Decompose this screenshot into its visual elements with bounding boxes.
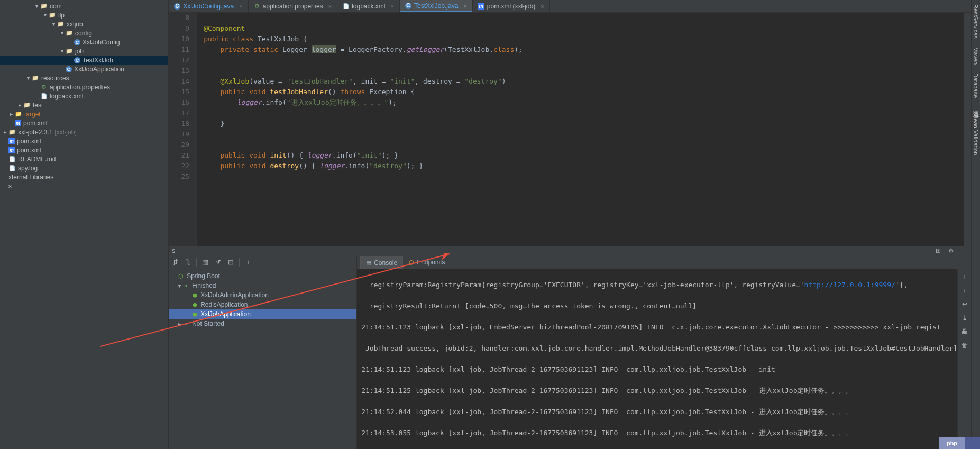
tree-arrow-icon[interactable] — [34, 94, 39, 99]
tree-item[interactable]: com — [0, 2, 168, 11]
expand-icon[interactable]: ⇵ — [171, 258, 179, 267]
tool-debug[interactable]: 边边调试 — [972, 104, 980, 108]
console-output[interactable]: registryParam:RegistryParam{registryGrou… — [357, 269, 957, 449]
tree-arrow-icon[interactable] — [8, 121, 14, 126]
collapse-icon[interactable]: ⇅ — [184, 258, 192, 267]
tab-console[interactable]: ▤Console — [360, 256, 403, 269]
tree-item[interactable]: test — [0, 100, 168, 109]
run-tree[interactable]: Spring Boot Finished XxlJobAdminApplicat… — [169, 269, 356, 449]
tree-item[interactable]: resources — [0, 74, 168, 83]
tree-item[interactable]: spy.log — [0, 163, 168, 172]
tree-item[interactable]: XxlJobApplication — [0, 65, 168, 74]
tree-arrow-icon[interactable] — [2, 184, 7, 189]
up-icon[interactable]: ↑ — [960, 272, 969, 281]
line-number[interactable]: 12 — [169, 55, 189, 66]
tab-endpoints[interactable]: ⬡Endpoints — [403, 256, 451, 269]
down-icon[interactable]: ↓ — [960, 286, 969, 295]
editor-minimap[interactable] — [964, 13, 971, 246]
editor-tab[interactable]: application.properties× — [249, 0, 338, 12]
tree-arrow-icon[interactable] — [2, 148, 7, 153]
line-number[interactable]: 15 — [169, 87, 189, 97]
run-notstarted[interactable]: ◦Not Started — [169, 319, 356, 328]
wrap-icon[interactable]: ↩ — [960, 300, 969, 308]
tree-item[interactable]: xxljob — [0, 20, 168, 29]
filter-icon[interactable]: ⧩ — [214, 258, 222, 267]
print-icon[interactable]: 🖶 — [960, 327, 969, 336]
code-body[interactable]: @Component public class TestXxlJob { pri… — [197, 13, 964, 246]
tree-arrow-icon[interactable] — [8, 112, 14, 117]
tree-arrow-icon[interactable] — [34, 4, 39, 9]
editor-tab[interactable]: pom.xml (xxl-job)× — [473, 0, 550, 12]
add-icon[interactable]: + — [244, 258, 252, 267]
tree-item[interactable]: target — [0, 109, 168, 118]
code-editor[interactable]: 891011121314151617181920212225 @Componen… — [169, 13, 971, 246]
editor-tab[interactable]: XxlJobConfig.java× — [169, 0, 249, 12]
line-number[interactable]: 16 — [169, 97, 189, 108]
tree-item[interactable]: pom.xml — [0, 145, 168, 154]
layout-icon[interactable]: ⊞ — [934, 246, 942, 255]
tree-item[interactable]: README.md — [0, 154, 168, 163]
layout-icon[interactable]: ⊡ — [226, 258, 235, 267]
tree-arrow-icon[interactable] — [2, 139, 7, 144]
tree-item[interactable]: logback.xml — [0, 91, 168, 100]
line-number[interactable]: 21 — [169, 150, 189, 161]
tree-arrow-icon[interactable] — [68, 40, 73, 45]
close-icon[interactable]: × — [239, 3, 242, 10]
gear-icon[interactable]: ⚙ — [947, 246, 955, 255]
close-icon[interactable]: × — [391, 3, 394, 10]
tree-item[interactable]: llp — [0, 11, 168, 20]
line-number[interactable]: 25 — [169, 171, 189, 182]
minimize-icon[interactable]: — — [959, 246, 968, 255]
tool-database[interactable]: Database — [973, 71, 979, 100]
line-number[interactable]: 9 — [169, 23, 189, 34]
line-number[interactable]: 13 — [169, 66, 189, 76]
tree-arrow-icon[interactable] — [2, 175, 7, 180]
tree-item[interactable]: application.properties — [0, 83, 168, 91]
tree-item[interactable]: pom.xml — [0, 136, 168, 145]
tree-arrow-icon[interactable] — [34, 85, 39, 90]
tree-arrow-icon[interactable] — [25, 76, 31, 81]
line-number[interactable]: 14 — [169, 76, 189, 87]
line-number[interactable]: 8 — [169, 13, 189, 23]
close-icon[interactable]: × — [541, 3, 544, 10]
tree-item[interactable]: xternal Libraries — [0, 172, 168, 181]
tree-arrow-icon[interactable] — [17, 103, 22, 108]
close-icon[interactable]: × — [463, 3, 466, 9]
project-tree[interactable]: comllpxxljobconfigXxlJobConfigjobTestXxl… — [0, 0, 169, 449]
run-finished[interactable]: Finished — [169, 281, 356, 290]
line-number[interactable]: 18 — [169, 118, 189, 129]
tree-arrow-icon[interactable] — [42, 13, 48, 18]
scroll-icon[interactable]: ⤓ — [960, 314, 969, 322]
grid-icon[interactable]: ▦ — [201, 258, 209, 267]
tree-arrow-icon[interactable] — [59, 49, 65, 54]
tree-arrow-icon[interactable] — [59, 67, 65, 72]
run-root[interactable]: Spring Boot — [169, 271, 356, 281]
tool-maven[interactable]: Maven — [973, 45, 979, 67]
tree-item[interactable]: job — [0, 47, 168, 56]
tree-arrow-icon[interactable] — [51, 22, 56, 27]
tree-item[interactable]: s — [0, 181, 168, 190]
line-number[interactable]: 10 — [169, 34, 189, 44]
clear-icon[interactable]: 🗑 — [960, 341, 969, 350]
tree-item[interactable]: XxlJobConfig — [0, 38, 168, 47]
tree-item[interactable]: xxl-job-2.3.1[xxl-job] — [0, 127, 168, 136]
tree-arrow-icon[interactable] — [2, 157, 7, 162]
tree-arrow-icon[interactable] — [2, 166, 7, 171]
run-app-2[interactable]: XxlJobApplication — [169, 309, 356, 319]
line-number[interactable]: 20 — [169, 140, 189, 150]
tree-arrow-icon[interactable] — [59, 31, 65, 36]
log-link[interactable]: http://127.0.0.1:9999/ — [804, 281, 895, 289]
line-number[interactable]: 17 — [169, 108, 189, 118]
close-icon[interactable]: × — [328, 3, 332, 10]
run-app-0[interactable]: XxlJobAdminApplication — [169, 290, 356, 300]
tool-beanvalidation[interactable]: Bean Validation — [973, 113, 979, 157]
tree-arrow-icon[interactable] — [68, 58, 73, 63]
tree-arrow-icon[interactable] — [2, 130, 7, 135]
tree-item[interactable]: pom.xml — [0, 118, 168, 127]
tree-item[interactable]: TestXxlJob — [0, 56, 168, 65]
line-number[interactable]: 19 — [169, 129, 189, 140]
tool-restservices[interactable]: RestServices — [973, 2, 979, 41]
tree-item[interactable]: config — [0, 29, 168, 38]
editor-tab[interactable]: logback.xml× — [337, 0, 400, 12]
run-app-1[interactable]: RedisApplication — [169, 300, 356, 309]
